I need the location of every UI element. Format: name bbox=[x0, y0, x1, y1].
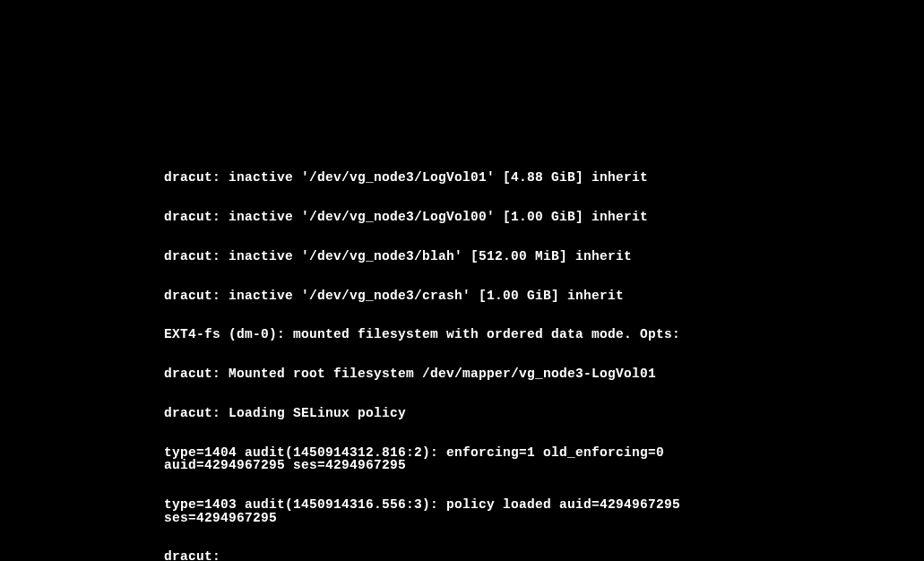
console-line: dracut: inactive '/dev/vg_node3/LogVol01… bbox=[164, 171, 773, 185]
console-line: type=1404 audit(1450914312.816:2): enfor… bbox=[164, 446, 773, 472]
console-line: dracut: bbox=[164, 550, 773, 561]
console-line: dracut: inactive '/dev/vg_node3/crash' [… bbox=[164, 289, 773, 303]
console-line: dracut: Mounted root filesystem /dev/map… bbox=[164, 367, 773, 381]
console-line: EXT4-fs (dm-0): mounted filesystem with … bbox=[164, 328, 773, 341]
console-line: dracut: inactive '/dev/vg_node3/blah' [5… bbox=[164, 250, 773, 263]
console-line: dracut: inactive '/dev/vg_node3/LogVol00… bbox=[164, 211, 773, 224]
console-line: type=1403 audit(1450914316.556:3): polic… bbox=[164, 498, 773, 524]
console-line: dracut: Loading SELinux policy bbox=[164, 407, 773, 420]
boot-console: dracut: inactive '/dev/vg_node3/LogVol01… bbox=[164, 145, 773, 561]
